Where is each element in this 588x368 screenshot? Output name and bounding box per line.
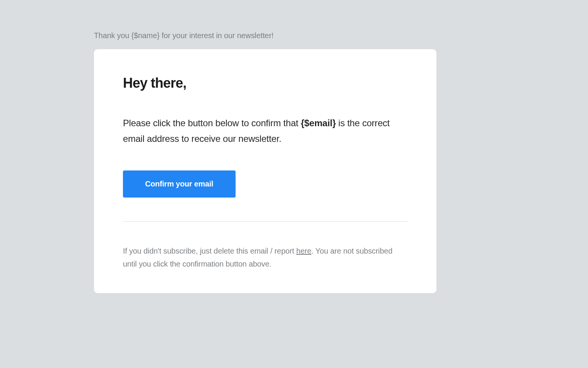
email-placeholder: {$email}: [301, 118, 336, 128]
email-card: Hey there, Please click the button below…: [94, 49, 436, 293]
footer-paragraph: If you didn't subscribe, just delete thi…: [123, 244, 407, 270]
body-prefix: Please click the button below to confirm…: [123, 118, 301, 128]
page-container: Thank you {$name} for your interest in o…: [0, 0, 588, 368]
divider: [123, 221, 407, 222]
body-paragraph: Please click the button below to confirm…: [123, 116, 407, 147]
report-link[interactable]: here: [296, 247, 312, 255]
confirm-email-button[interactable]: Confirm your email: [123, 170, 236, 198]
pretext-line: Thank you {$name} for your interest in o…: [94, 31, 588, 40]
footer-prefix: If you didn't subscribe, just delete thi…: [123, 247, 296, 255]
greeting-heading: Hey there,: [123, 75, 407, 91]
